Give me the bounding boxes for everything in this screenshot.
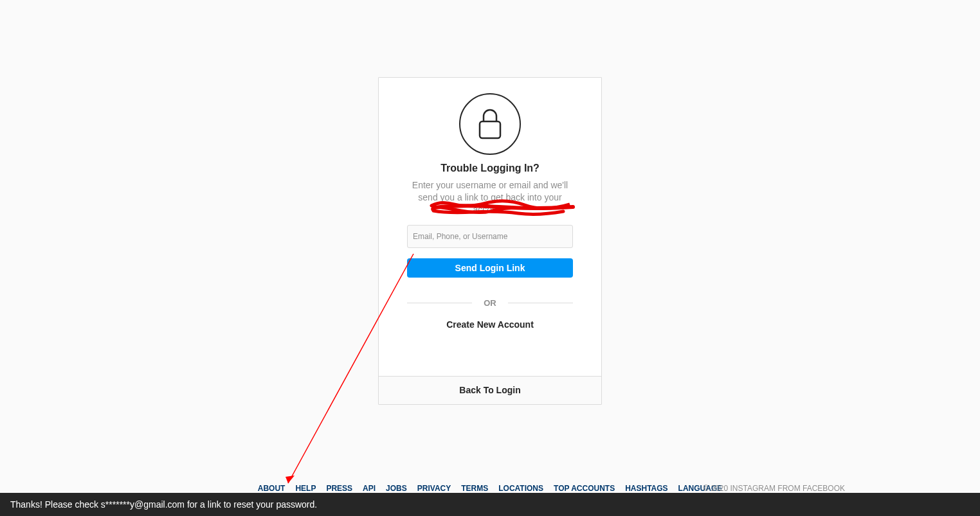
divider: OR bbox=[407, 298, 573, 308]
toast-message: Thanks! Please check s*******y@gmail.com… bbox=[10, 499, 317, 510]
card-subtitle: Enter your username or email and we'll s… bbox=[407, 179, 573, 216]
send-login-link-button[interactable]: Send Login Link bbox=[407, 258, 573, 278]
footer-link-terms[interactable]: TERMS bbox=[461, 484, 488, 493]
card-title: Trouble Logging In? bbox=[407, 163, 573, 174]
lock-icon bbox=[459, 93, 521, 155]
divider-line-right bbox=[508, 303, 573, 303]
footer-link-top-accounts[interactable]: TOP ACCOUNTS bbox=[554, 484, 615, 493]
footer-links: ABOUT HELP PRESS API JOBS PRIVACY TERMS … bbox=[258, 484, 723, 493]
footer: ABOUT HELP PRESS API JOBS PRIVACY TERMS … bbox=[0, 484, 980, 493]
footer-link-jobs[interactable]: JOBS bbox=[386, 484, 407, 493]
footer-copyright: © 2020 INSTAGRAM FROM FACEBOOK bbox=[703, 484, 845, 493]
footer-link-api[interactable]: API bbox=[363, 484, 376, 493]
reset-card: Trouble Logging In? Enter your username … bbox=[378, 77, 602, 405]
footer-link-privacy[interactable]: PRIVACY bbox=[417, 484, 451, 493]
footer-link-locations[interactable]: LOCATIONS bbox=[498, 484, 543, 493]
divider-line-left bbox=[407, 303, 472, 303]
footer-link-about[interactable]: ABOUT bbox=[258, 484, 286, 493]
main-container: Trouble Logging In? Enter your username … bbox=[0, 0, 980, 405]
back-to-login-button[interactable]: Back To Login bbox=[379, 376, 601, 404]
svg-marker-2 bbox=[286, 476, 295, 483]
divider-text: OR bbox=[472, 298, 508, 308]
svg-rect-0 bbox=[480, 121, 500, 138]
create-account-link[interactable]: Create New Account bbox=[407, 319, 573, 330]
footer-link-press[interactable]: PRESS bbox=[326, 484, 352, 493]
toast-notification: Thanks! Please check s*******y@gmail.com… bbox=[0, 493, 980, 516]
login-identifier-input[interactable] bbox=[407, 225, 573, 248]
footer-link-help[interactable]: HELP bbox=[295, 484, 316, 493]
card-content: Trouble Logging In? Enter your username … bbox=[379, 78, 601, 376]
footer-link-hashtags[interactable]: HASHTAGS bbox=[625, 484, 667, 493]
